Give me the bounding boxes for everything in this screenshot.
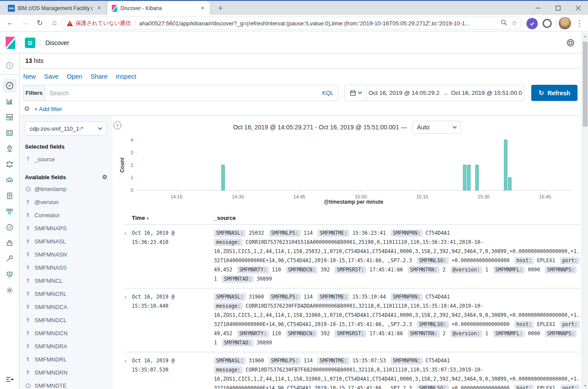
field-item-SMFMNCRL[interactable]: tSMFMNCRL bbox=[25, 287, 107, 300]
field-item-SMFMNDTE[interactable]: SMFMNDTE bbox=[25, 379, 107, 389]
interval-select[interactable]: Auto bbox=[412, 121, 461, 134]
nav-canvas-icon[interactable] bbox=[3, 126, 17, 140]
add-filter-link[interactable]: + Add filter bbox=[34, 106, 62, 112]
toolbar-link-inspect[interactable]: Inspect bbox=[116, 73, 136, 80]
fields-settings-gear-icon[interactable]: ⚙ bbox=[102, 174, 107, 181]
histogram-bar[interactable] bbox=[467, 165, 470, 191]
date-to[interactable]: Oct 16, 2019 @ 15:51:00.0 bbox=[449, 90, 524, 96]
nav-machine-learning-icon[interactable] bbox=[3, 157, 17, 171]
histogram-bar[interactable] bbox=[463, 165, 466, 191]
field-item-Correlator[interactable]: tCorrelator bbox=[25, 208, 107, 222]
field-value: 31960 bbox=[249, 294, 264, 300]
address-bar[interactable]: 保護されていない通信 aha00527:5601/app/kibana#/dis… bbox=[61, 17, 522, 30]
home-button[interactable]: ⌂ bbox=[48, 16, 61, 29]
row-expand-button[interactable]: › bbox=[124, 229, 132, 284]
filter-settings-gear-icon[interactable]: ⚙ bbox=[24, 105, 30, 113]
calendar-dropdown-button[interactable] bbox=[345, 85, 367, 101]
nav-uptime-icon[interactable] bbox=[3, 220, 17, 234]
field-item-@timestamp[interactable]: @timestamp bbox=[25, 182, 107, 195]
nav-monitoring-icon[interactable] bbox=[3, 267, 17, 281]
nav-visualize-icon[interactable] bbox=[3, 94, 17, 108]
url-text[interactable]: aha00527:5601/app/kibana#/discover?_g=(r… bbox=[139, 20, 496, 27]
row-expand-button[interactable]: › bbox=[124, 356, 132, 389]
field-item-SMFMNDRA[interactable]: tSMFMNDRA bbox=[25, 340, 107, 353]
browser-tab-ibm-zosmf[interactable]: IBM IBM z/OS Management Facility o × bbox=[4, 1, 107, 15]
nav-apm-icon[interactable] bbox=[3, 205, 17, 219]
index-pattern-select[interactable]: cdp-zos-smf_110_1-* bbox=[25, 122, 107, 135]
forward-button[interactable]: → bbox=[18, 16, 31, 29]
row-source: SMFMNASL: 31960 SMFMNLPS: 114 SMFMNTME: … bbox=[214, 292, 581, 347]
field-item-SMFMNAPS[interactable]: tSMFMNAPS bbox=[25, 222, 107, 235]
field-item-SMFMNDCN[interactable]: tSMFMNDCN bbox=[25, 326, 107, 340]
toolbar-link-save[interactable]: Save bbox=[44, 73, 58, 80]
browser-tab-kibana[interactable]: Discover - Kibana × bbox=[107, 1, 210, 15]
kibana-logo[interactable] bbox=[4, 37, 17, 51]
histogram-bar[interactable] bbox=[504, 140, 507, 190]
field-name: SMFMNDRA bbox=[34, 343, 67, 350]
field-type-badge: t bbox=[25, 238, 31, 244]
field-value: 31960 bbox=[249, 358, 264, 364]
toolbar-link-new[interactable]: New bbox=[23, 73, 36, 80]
field-item-SMFMNDRN[interactable]: tSMFMNDRN bbox=[25, 366, 107, 379]
tab-close-icon[interactable]: × bbox=[96, 5, 103, 12]
field-item-SMFMNASN[interactable]: tSMFMNASN bbox=[25, 248, 107, 261]
nav-dashboard-icon[interactable] bbox=[3, 110, 17, 124]
field-item-SMFMNDCL[interactable]: tSMFMNDCL bbox=[25, 313, 107, 326]
security-warning-text[interactable]: 保護されていない通信 bbox=[76, 20, 131, 27]
tab-close-icon[interactable]: × bbox=[199, 5, 206, 12]
refresh-button[interactable]: ↻ Refresh bbox=[531, 85, 578, 101]
svg-text:14:45: 14:45 bbox=[293, 194, 306, 199]
toolbar-link-open[interactable]: Open bbox=[67, 73, 82, 80]
scroll-down-icon[interactable]: ▼ bbox=[582, 382, 588, 389]
field-value: EPLEX1 bbox=[537, 257, 555, 264]
kql-selector[interactable]: KQL bbox=[322, 90, 334, 96]
date-from[interactable]: Oct 16, 2019 @ 14:05:29.2 bbox=[367, 90, 441, 96]
nav-siem-icon[interactable] bbox=[3, 236, 17, 250]
nav-logs-icon[interactable] bbox=[3, 189, 17, 203]
nav-metrics-icon[interactable] bbox=[3, 173, 17, 187]
query-bar: Filters KQL Oct 16, 2019 @ 14:05:29.2 → … bbox=[23, 85, 578, 101]
nav-dev-tools-icon[interactable] bbox=[3, 252, 17, 266]
zoom-icon[interactable] bbox=[501, 19, 507, 27]
filters-button[interactable]: Filters bbox=[23, 85, 45, 101]
reload-button[interactable]: ↻ bbox=[33, 16, 46, 29]
field-item-SMFMNDRL[interactable]: tSMFMNDRL bbox=[25, 353, 107, 366]
recently-viewed-icon[interactable] bbox=[3, 59, 17, 73]
field-item-SMFMNCL[interactable]: tSMFMNCL bbox=[25, 274, 107, 287]
profile-avatar[interactable] bbox=[559, 17, 571, 29]
nav-collapse-icon[interactable] bbox=[5, 375, 14, 386]
search-input[interactable] bbox=[49, 90, 319, 97]
histogram-bar[interactable] bbox=[475, 165, 478, 191]
bookmark-star-icon[interactable]: ☆ bbox=[512, 19, 517, 27]
browser-menu-icon[interactable]: ⋮ bbox=[574, 17, 585, 29]
field-item-SMFMNASS[interactable]: tSMFMNASS bbox=[25, 261, 107, 274]
scroll-up-icon[interactable]: ▲ bbox=[582, 32, 588, 39]
field-item-SMFMNASL[interactable]: tSMFMNASL bbox=[25, 235, 107, 248]
help-icon[interactable] bbox=[566, 38, 575, 49]
scrollbar-thumb[interactable] bbox=[583, 42, 588, 127]
extension-badge-icon[interactable] bbox=[526, 18, 538, 29]
nav-maps-icon[interactable] bbox=[3, 142, 17, 156]
field-badge: SMFMNLSO: bbox=[417, 321, 449, 328]
field-item-@version[interactable]: t@version bbox=[25, 195, 107, 208]
toolbar-link-share[interactable]: Share bbox=[91, 73, 108, 80]
window-minimize-button[interactable] bbox=[528, 1, 548, 15]
breadcrumb-badge[interactable]: D bbox=[25, 38, 35, 48]
new-tab-button[interactable]: + bbox=[215, 3, 226, 14]
nav-discover-icon[interactable] bbox=[3, 79, 17, 93]
back-button[interactable]: ← bbox=[3, 16, 17, 29]
window-close-button[interactable] bbox=[568, 1, 588, 15]
row-expand-button[interactable]: › bbox=[124, 292, 132, 347]
nav-management-icon[interactable] bbox=[3, 283, 17, 297]
field-value: 1 bbox=[214, 340, 217, 346]
window-maximize-button[interactable] bbox=[548, 1, 568, 15]
source-field-pair: SMFMNTME: 15:36:23:41 bbox=[317, 230, 386, 236]
time-column-header[interactable]: Time ▾ bbox=[132, 215, 149, 221]
histogram-bar[interactable] bbox=[508, 177, 511, 190]
histogram-bar[interactable] bbox=[221, 165, 224, 191]
field-name: _source bbox=[34, 156, 55, 163]
extension-circle-icon[interactable] bbox=[543, 19, 552, 28]
field-item-_source[interactable]: ?_source bbox=[25, 153, 107, 166]
field-item-SMFMNDCA[interactable]: tSMFMNDCA bbox=[25, 300, 107, 313]
page-scrollbar[interactable]: ▲ ▼ bbox=[581, 32, 588, 389]
